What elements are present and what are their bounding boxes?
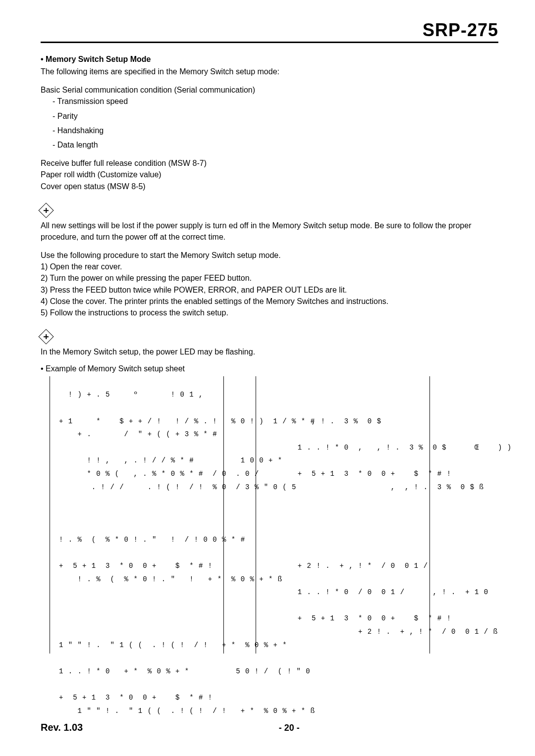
procedure-step: 3) Press the FEED button twice while POW… [41,284,498,296]
intro-text: The following items are specified in the… [41,66,498,77]
other-item: Paper roll width (Customize value) [41,169,498,180]
sheet-right: , ! . 3 % 0 $ 1 . . ! * 0 , , ! . 3 % 0 … [256,376,430,654]
procedure-intro: Use the following procedure to start the… [41,250,498,261]
procedure-step: 4) Close the cover. The printer prints t… [41,296,498,307]
sheet-container: ! ) + . 5 º ! 0 1 , + 1 * $ + + / ! ! / … [50,376,498,654]
page-number: - 20 - [279,723,300,733]
section-title: • Memory Switch Setup Mode [41,55,498,64]
note-icon [38,202,54,218]
page: SRP-275 • Memory Switch Setup Mode The f… [0,0,535,756]
serial-item: - Data length [53,139,498,151]
procedure-block: Use the following procedure to start the… [41,250,498,318]
note-icon [38,329,54,345]
sheet-left: ! ) + . 5 º ! 0 1 , + 1 * $ + + / ! ! / … [50,376,224,654]
note-text: In the Memory Switch setup, the power LE… [41,346,498,357]
other-item: Receive buffer full release condition (M… [41,157,498,169]
note-text: All new settings will be lost if the pow… [41,220,498,243]
serial-intro: Basic Serial communication condition (Se… [41,84,498,96]
serial-item: - Parity [53,110,498,122]
procedure-step: 1) Open the rear cover. [41,261,498,272]
procedure-step: 5) Follow the instructions to process th… [41,307,498,318]
serial-item: - Transmission speed [53,96,498,107]
serial-item: - Handshaking [53,125,498,136]
other-item: Cover open status (MSW 8-5) [41,181,498,192]
example-title: • Example of Memory Switch setup sheet [41,364,498,373]
footer: Rev. 1.03 - 20 - . [41,722,498,733]
revision-label: Rev. 1.03 [41,722,83,733]
model-header: SRP-275 [41,20,498,43]
procedure-step: 2) Turn the power on while pressing the … [41,272,498,284]
